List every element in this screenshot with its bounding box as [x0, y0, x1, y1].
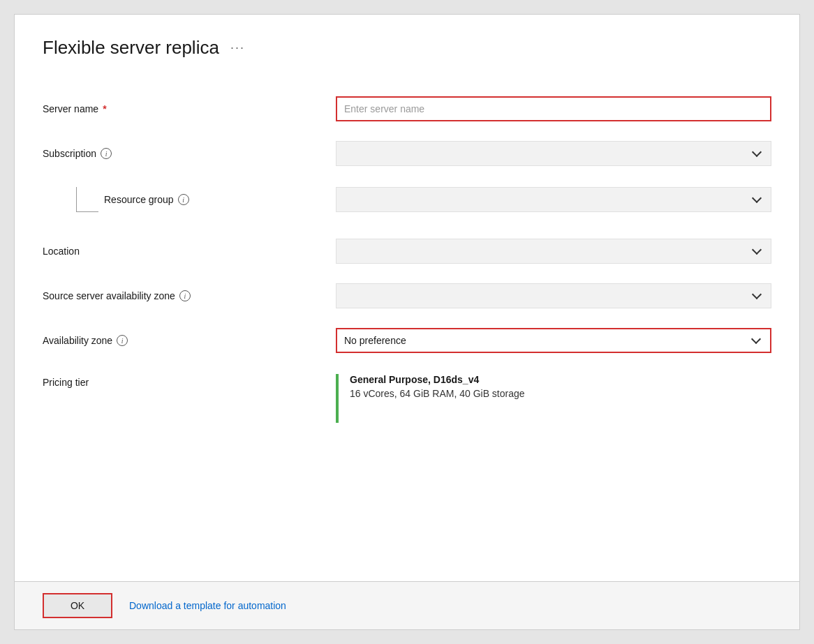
subscription-select[interactable] [336, 141, 771, 166]
dialog-content: Flexible server replica ··· Server name … [15, 15, 799, 581]
dialog-container: Flexible server replica ··· Server name … [14, 14, 800, 630]
dialog-title: Flexible server replica [43, 37, 219, 59]
connector-line [76, 187, 98, 212]
server-name-row: Server name * [43, 87, 771, 131]
resource-group-connector: Resource group i [76, 187, 189, 212]
availability-zone-info-icon[interactable]: i [117, 335, 128, 346]
resource-group-select[interactable] [336, 187, 771, 212]
resource-group-row: Resource group i [43, 176, 771, 223]
dialog-footer: OK Download a template for automation [15, 581, 799, 629]
pricing-bar [336, 374, 339, 423]
pricing-tier-name: General Purpose, D16ds_v4 [350, 374, 525, 385]
form-section: Server name * Subscription i [43, 87, 771, 434]
template-link[interactable]: Download a template for automation [129, 600, 286, 611]
source-availability-zone-row: Source server availability zone i [43, 274, 771, 318]
dialog-header: Flexible server replica ··· [43, 37, 771, 59]
location-row: Location [43, 229, 771, 274]
source-availability-zone-chevron-icon [750, 289, 764, 303]
subscription-chevron-icon [750, 147, 764, 160]
pricing-tier-label: Pricing tier [43, 374, 336, 399]
ok-button[interactable]: OK [43, 593, 112, 618]
source-availability-zone-label: Source server availability zone i [43, 279, 336, 313]
availability-zone-row: Availability zone i No preference [43, 318, 771, 363]
location-chevron-icon [750, 244, 764, 258]
location-control [336, 239, 771, 264]
availability-zone-value: No preference [344, 335, 749, 346]
subscription-info-icon[interactable]: i [101, 148, 112, 159]
source-availability-zone-info-icon[interactable]: i [179, 290, 191, 301]
source-availability-zone-select[interactable] [336, 283, 771, 308]
subscription-label: Subscription i [43, 137, 336, 170]
subscription-control [336, 141, 771, 166]
server-name-label: Server name * [43, 92, 336, 126]
server-name-input[interactable] [336, 96, 771, 121]
subscription-row: Subscription i [43, 131, 771, 176]
server-name-control [336, 96, 771, 121]
location-label: Location [43, 234, 336, 268]
pricing-info: General Purpose, D16ds_v4 16 vCores, 64 … [350, 374, 525, 399]
availability-zone-select[interactable]: No preference [336, 328, 771, 353]
source-availability-zone-control [336, 283, 771, 308]
location-select[interactable] [336, 239, 771, 264]
availability-zone-control: No preference [336, 328, 771, 353]
pricing-tier-content: General Purpose, D16ds_v4 16 vCores, 64 … [336, 374, 771, 423]
resource-group-info-icon[interactable]: i [178, 194, 189, 205]
required-indicator: * [103, 103, 106, 114]
availability-zone-chevron-icon [749, 334, 763, 347]
pricing-tier-details: 16 vCores, 64 GiB RAM, 40 GiB storage [350, 388, 525, 399]
more-options-button[interactable]: ··· [230, 40, 245, 55]
resource-group-chevron-icon [750, 193, 764, 207]
pricing-tier-row: Pricing tier General Purpose, D16ds_v4 1… [43, 363, 771, 434]
resource-group-control [336, 187, 771, 212]
resource-group-label: Resource group i [43, 176, 336, 223]
availability-zone-label: Availability zone i [43, 324, 336, 357]
